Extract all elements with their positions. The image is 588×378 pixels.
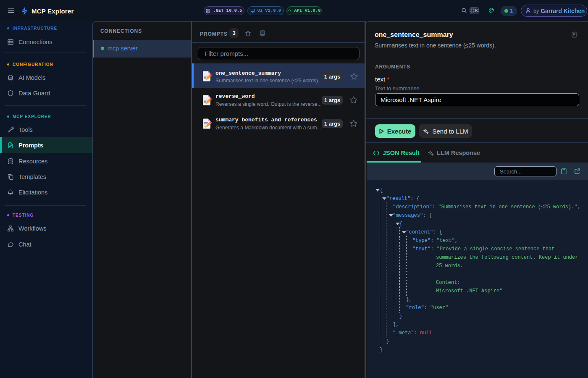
svg-text:AI: AI	[9, 76, 12, 79]
